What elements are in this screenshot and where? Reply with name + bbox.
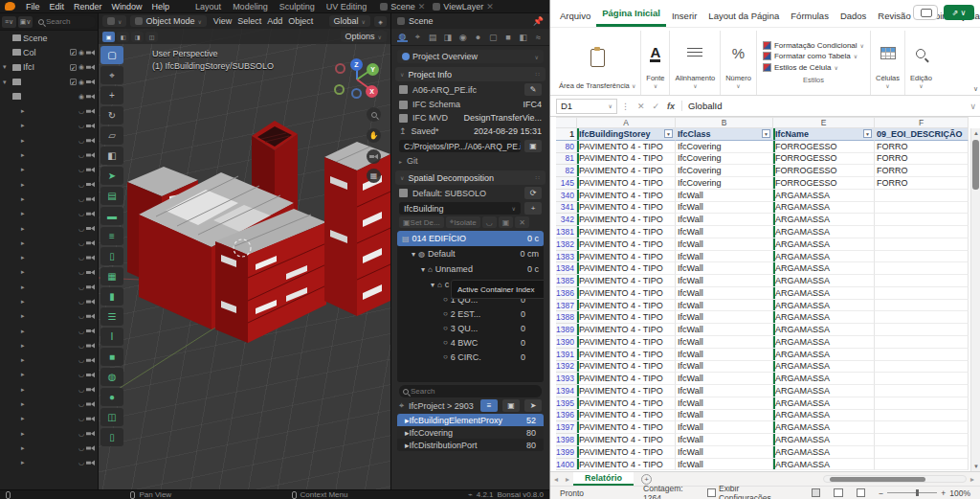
cell[interactable]: FORRO [875, 141, 969, 153]
row-number[interactable]: 342 [556, 214, 577, 226]
cell[interactable] [875, 349, 969, 361]
cell[interactable]: PAVIMENTO 4 - TIPO [577, 165, 676, 177]
git-subpanel[interactable]: ▸Git [391, 154, 549, 168]
table-header-cell[interactable]: 09_EOI_DESCRIÇÃO [875, 128, 969, 141]
ribbon-tab-inserir[interactable]: Inserir [666, 7, 702, 27]
cell[interactable]: ARGAMASSA [773, 262, 875, 275]
transform-tool[interactable]: ◧ [100, 147, 123, 165]
row-number[interactable]: 82 [556, 165, 577, 177]
cell[interactable] [875, 300, 969, 312]
cell[interactable]: ARGAMASSA [773, 410, 875, 422]
project-overview-dropdown[interactable]: Project Overview∨ [397, 50, 544, 63]
cell[interactable]: PAVIMENTO 4 - TIPO [577, 214, 676, 226]
cell[interactable] [875, 385, 969, 397]
eye-closed-icon[interactable]: ◡ [78, 239, 84, 247]
cells-group[interactable]: Células∨ [871, 31, 905, 95]
disclosure-icon[interactable]: ▾ [431, 281, 434, 289]
chevron-right-icon[interactable]: ▸ [21, 430, 29, 438]
outliner-row[interactable]: ▸◡ [0, 338, 98, 352]
viewport-menu-view[interactable]: View [211, 16, 234, 26]
camera-icon[interactable] [86, 240, 95, 246]
bim-frame-tool[interactable]: ◫ [100, 408, 123, 426]
camera-icon[interactable] [86, 211, 95, 216]
menu-render[interactable]: Render [69, 2, 107, 11]
chevron-right-icon[interactable]: ▸ [21, 444, 29, 452]
page-break-view-icon[interactable] [857, 488, 866, 497]
row-number[interactable]: 1384 [556, 262, 577, 275]
cell[interactable]: PAVIMENTO 4 - TIPO [577, 226, 676, 238]
conditional-formatting-button[interactable]: Formatação Condicional ∨ [763, 41, 864, 50]
outliner-row[interactable]: ▸◡ [0, 309, 98, 324]
cell[interactable] [875, 373, 969, 385]
outliner-row[interactable]: ▾IfcI✓◉ [0, 60, 98, 75]
eye-closed-icon[interactable]: ◡ [78, 459, 84, 466]
bim-wall-tool[interactable]: ▤ [100, 187, 123, 205]
eye-closed-icon[interactable]: ◡ [78, 210, 84, 217]
bim-slab-tool[interactable]: ▬ [100, 207, 123, 225]
camera-icon[interactable] [86, 123, 95, 128]
cell[interactable]: ARGAMASSA [773, 287, 875, 300]
chevron-right-icon[interactable]: ▸ [21, 195, 29, 203]
set-default-button[interactable]: ▣ Set De... [399, 216, 444, 228]
cell[interactable]: ARGAMASSA [773, 190, 875, 202]
eye-closed-icon[interactable]: ◡ [78, 328, 84, 335]
cell[interactable]: FORROGESSO [773, 153, 875, 166]
cell[interactable]: ARGAMASSA [773, 238, 875, 251]
chevron-right-icon[interactable]: ▸ [21, 181, 29, 189]
camera-icon[interactable] [86, 372, 95, 377]
row-number[interactable]: 80 [556, 141, 577, 153]
chevron-right-icon[interactable]: ▸ [21, 342, 29, 350]
cell[interactable]: ARGAMASSA [773, 397, 875, 410]
column-header-e[interactable]: E [773, 117, 875, 128]
zoom-in-icon[interactable]: + [941, 488, 946, 498]
sheet-tab-relatorio[interactable]: Relatório [573, 472, 634, 486]
output-tab-icon[interactable]: ◨ [442, 32, 453, 42]
hscroll-thumb[interactable] [830, 477, 925, 482]
formula-input[interactable]: GlobalId [681, 101, 966, 111]
ifc-class-row[interactable]: ▸ IfcDistributionPort80 [397, 439, 544, 451]
chevron-right-icon[interactable]: ▸ [21, 415, 29, 422]
cell[interactable]: PAVIMENTO 4 - TIPO [577, 410, 676, 422]
cell[interactable]: PAVIMENTO 4 - TIPO [577, 190, 676, 202]
zoom-tool-icon[interactable] [367, 107, 381, 122]
cell[interactable]: IfcWall [676, 287, 773, 300]
outliner-row[interactable]: ▾✓◉ [0, 75, 98, 89]
cell[interactable] [875, 238, 969, 251]
zoom-level[interactable]: 100% [949, 488, 970, 498]
outliner-row[interactable]: ▸◡ [0, 133, 98, 147]
spatial-tree-row[interactable]: ▾◍Default0 cm [397, 246, 544, 261]
outliner-row[interactable]: ▸◡ [0, 426, 98, 441]
cell[interactable]: ARGAMASSA [773, 214, 875, 226]
cell[interactable]: ARGAMASSA [773, 311, 875, 324]
viewport-3d[interactable]: ∨ Object Mode∨ ViewSelectAddObject Globa… [99, 13, 390, 489]
bim-column-tool[interactable]: ▮ [100, 287, 123, 306]
box-select-tool[interactable]: ▢ [100, 46, 123, 64]
expand-formula-bar-icon[interactable]: ∨ [966, 102, 980, 111]
disclosure-icon[interactable]: ▾ [412, 250, 415, 259]
scroll-down-icon[interactable]: ▼ [971, 462, 980, 471]
spatial-decomposition-header[interactable]: ∨Spatial Decomposition∷ [395, 170, 546, 185]
ribbon-tab-layout-da-página[interactable]: Layout da Página [702, 7, 785, 27]
comments-button[interactable] [913, 5, 938, 20]
chevron-right-icon[interactable]: ▸ [21, 268, 29, 276]
row-number[interactable]: 341 [556, 202, 577, 215]
cell[interactable]: PAVIMENTO 4 - TIPO [577, 300, 676, 312]
cell[interactable]: IfcWall [676, 373, 773, 385]
disclosure-icon[interactable]: ▾ [421, 265, 425, 274]
row-number[interactable]: 1388 [556, 311, 577, 324]
cell[interactable]: IfcWall [676, 385, 773, 397]
navigation-gizmo[interactable]: Z Y X [334, 56, 382, 103]
disclosure-icon[interactable]: ▾ [3, 63, 11, 71]
chevron-right-icon[interactable]: ▸ [21, 284, 29, 291]
axis-neg-z-ball[interactable] [351, 88, 362, 99]
cell[interactable] [875, 397, 969, 410]
row-number[interactable]: 1387 [556, 300, 577, 312]
viewport-menu-select[interactable]: Select [234, 16, 264, 26]
font-group[interactable]: A Fonte∨ [641, 31, 670, 95]
row-number[interactable]: 1396 [556, 410, 577, 422]
cell[interactable]: ARGAMASSA [773, 459, 875, 471]
column-header-b[interactable]: B [676, 117, 773, 128]
cell[interactable]: IfcWall [676, 202, 773, 215]
bim-sphere-tool[interactable]: ● [100, 388, 123, 406]
pin-icon[interactable]: 📌 [533, 16, 544, 26]
